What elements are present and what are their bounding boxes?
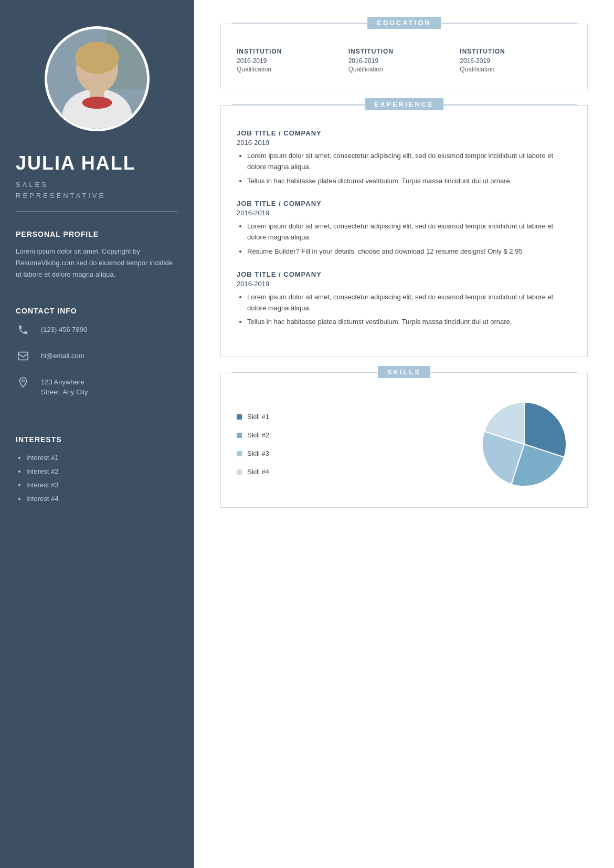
edu-institution-name: INSTITUTION bbox=[237, 48, 338, 55]
education-column: INSTITUTION 2016-2019 Qualification bbox=[348, 48, 460, 73]
edu-institution-name: INSTITUTION bbox=[348, 48, 450, 55]
pie-chart bbox=[477, 397, 571, 491]
skills-header: SKILLS bbox=[231, 366, 577, 378]
job-bullet: Resume Builder? Fill in your details, ch… bbox=[247, 246, 571, 257]
job-bullet: Tellus in hac habitasse platea dictumst … bbox=[247, 176, 571, 187]
skill-label: Skill #1 bbox=[247, 413, 269, 421]
edu-qualification: Qualification bbox=[460, 66, 561, 73]
job-bullet: Lorem ipsum dolor sit amet, consectetur … bbox=[247, 292, 571, 314]
experience-section: EXPERIENCE JOB TITLE / COMPANY 2016-2019… bbox=[220, 105, 588, 357]
email-icon bbox=[16, 349, 30, 363]
sidebar: JULIA HALL SALES REPRESENTATIVE PERSONAL… bbox=[0, 0, 194, 868]
skill-dot bbox=[237, 451, 242, 456]
job-bullet: Lorem ipsum dolor sit amet, consectetur … bbox=[247, 151, 571, 173]
education-label: EDUCATION bbox=[367, 17, 440, 29]
education-header: EDUCATION bbox=[231, 17, 577, 29]
edu-institution-name: INSTITUTION bbox=[460, 48, 561, 55]
skills-content: Skill #1 Skill #2 Skill #3 Skill #4 bbox=[237, 397, 571, 491]
skill-label: Skill #3 bbox=[247, 449, 269, 457]
education-line-left bbox=[231, 23, 367, 24]
main-content: EDUCATION INSTITUTION 2016-2019 Qualific… bbox=[194, 0, 614, 868]
svg-point-5 bbox=[75, 42, 119, 74]
job-entry: JOB TITLE / COMPANY 2016-2019 Lorem ipsu… bbox=[237, 200, 571, 257]
experience-label: EXPERIENCE bbox=[365, 98, 443, 110]
job-bullet: Lorem ipsum dolor sit amet, consectetur … bbox=[247, 221, 571, 243]
job-title: JOB TITLE / COMPANY bbox=[237, 200, 571, 207]
location-icon bbox=[16, 375, 30, 390]
skill-legend-item: Skill #1 bbox=[237, 413, 461, 421]
candidate-title: SALES REPRESENTATIVE bbox=[16, 180, 178, 202]
interests-heading: INTERESTS bbox=[16, 435, 178, 444]
svg-point-7 bbox=[82, 97, 112, 109]
job-years: 2016-2019 bbox=[237, 139, 571, 147]
interests-list: Interest #1Interest #2Interest #3Interes… bbox=[16, 451, 178, 506]
candidate-name: JULIA HALL bbox=[16, 152, 178, 174]
contact-email-item: hi@email.com bbox=[16, 349, 178, 363]
experience-line-left bbox=[231, 104, 365, 105]
skill-legend-item: Skill #4 bbox=[237, 468, 461, 476]
contact-phone: (123) 456 7890 bbox=[41, 322, 87, 335]
interest-item: Interest #2 bbox=[26, 465, 178, 478]
interest-item: Interest #1 bbox=[26, 451, 178, 465]
contact-phone-item: (123) 456 7890 bbox=[16, 322, 178, 337]
job-title: JOB TITLE / COMPANY bbox=[237, 270, 571, 278]
pie-chart-container bbox=[477, 397, 571, 491]
skills-line-right bbox=[430, 372, 577, 373]
job-years: 2016-2019 bbox=[237, 209, 571, 217]
job-years: 2016-2019 bbox=[237, 280, 571, 288]
interest-item: Interest #3 bbox=[26, 478, 178, 492]
personal-profile-heading: PERSONAL PROFILE bbox=[16, 230, 178, 238]
skill-label: Skill #4 bbox=[247, 468, 269, 476]
job-bullets: Lorem ipsum dolor sit amet, consectetur … bbox=[237, 292, 571, 328]
experience-header: EXPERIENCE bbox=[231, 98, 577, 110]
experience-line-right bbox=[443, 104, 577, 105]
edu-years: 2016-2019 bbox=[460, 57, 561, 65]
edu-qualification: Qualification bbox=[237, 66, 338, 73]
education-column: INSTITUTION 2016-2019 Qualification bbox=[237, 48, 348, 73]
name-divider bbox=[16, 211, 178, 212]
job-bullet: Tellus in hac habitasse platea dictumst … bbox=[247, 317, 571, 328]
skill-dot bbox=[237, 469, 242, 475]
avatar bbox=[45, 26, 150, 131]
contact-address-item: 123 Anywhere Street, Any City bbox=[16, 375, 178, 398]
job-entry: JOB TITLE / COMPANY 2016-2019 Lorem ipsu… bbox=[237, 129, 571, 186]
education-section: EDUCATION INSTITUTION 2016-2019 Qualific… bbox=[220, 24, 588, 89]
skills-line-left bbox=[231, 372, 378, 373]
skill-dot bbox=[237, 414, 242, 420]
phone-icon bbox=[16, 322, 30, 337]
contact-address: 123 Anywhere Street, Any City bbox=[41, 375, 88, 398]
svg-point-9 bbox=[22, 380, 25, 382]
job-entry: JOB TITLE / COMPANY 2016-2019 Lorem ipsu… bbox=[237, 270, 571, 328]
interests-section: INTERESTS Interest #1Interest #2Interest… bbox=[16, 435, 178, 506]
personal-profile-text: Lorem ipsum dolor sit amet, Copyright by… bbox=[16, 246, 178, 280]
job-title: JOB TITLE / COMPANY bbox=[237, 129, 571, 137]
experience-list: JOB TITLE / COMPANY 2016-2019 Lorem ipsu… bbox=[237, 129, 571, 328]
svg-rect-8 bbox=[18, 352, 28, 360]
skills-label: SKILLS bbox=[378, 366, 430, 378]
edu-years: 2016-2019 bbox=[237, 57, 338, 65]
skill-dot bbox=[237, 433, 242, 438]
skill-label: Skill #2 bbox=[247, 431, 269, 439]
skills-section: SKILLS Skill #1 Skill #2 Skill #3 Skill … bbox=[220, 373, 588, 508]
education-line-right bbox=[441, 23, 577, 24]
edu-years: 2016-2019 bbox=[348, 57, 450, 65]
contact-email: hi@email.com bbox=[41, 349, 84, 361]
contact-section: CONTACT INFO (123) 456 7890 hi@email.com bbox=[16, 307, 178, 409]
skill-legend-item: Skill #3 bbox=[237, 449, 461, 457]
job-bullets: Lorem ipsum dolor sit amet, consectetur … bbox=[237, 221, 571, 257]
contact-heading: CONTACT INFO bbox=[16, 307, 178, 315]
skills-legend: Skill #1 Skill #2 Skill #3 Skill #4 bbox=[237, 413, 461, 476]
skill-legend-item: Skill #2 bbox=[237, 431, 461, 439]
education-grid: INSTITUTION 2016-2019 Qualification INST… bbox=[237, 48, 571, 73]
edu-qualification: Qualification bbox=[348, 66, 450, 73]
interest-item: Interest #4 bbox=[26, 492, 178, 506]
education-column: INSTITUTION 2016-2019 Qualification bbox=[460, 48, 571, 73]
job-bullets: Lorem ipsum dolor sit amet, consectetur … bbox=[237, 151, 571, 186]
